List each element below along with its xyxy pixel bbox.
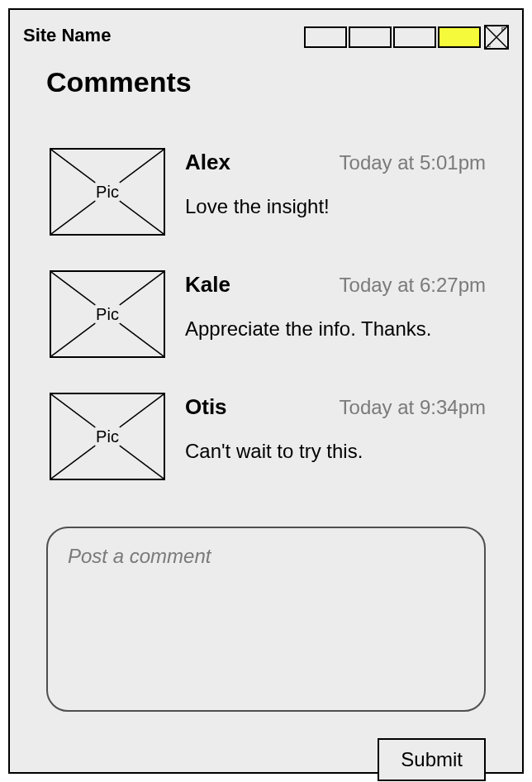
comment-text: Love the insight! [185, 195, 486, 218]
avatar: Pic [50, 393, 165, 480]
comment-body: Otis Today at 9:34pm Can't wait to try t… [185, 393, 486, 480]
page-title: Comments [46, 66, 509, 98]
comment-text: Appreciate the info. Thanks. [185, 317, 486, 341]
comment-head: Kale Today at 6:27pm [185, 272, 486, 298]
comment-timestamp: Today at 9:34pm [340, 396, 486, 419]
avatar-label: Pic [95, 305, 120, 324]
comment-item: Pic Alex Today at 5:01pm Love the insigh… [50, 148, 486, 236]
avatar-label: Pic [95, 427, 120, 446]
comment-item: Pic Kale Today at 6:27pm Appreciate the … [50, 270, 486, 358]
comment-text: Can't wait to try this. [185, 440, 486, 463]
nav-tab-1[interactable] [304, 26, 347, 48]
comment-timestamp: Today at 6:27pm [340, 274, 486, 297]
comment-body: Kale Today at 6:27pm Appreciate the info… [185, 270, 486, 358]
comment-head: Alex Today at 5:01pm [185, 150, 486, 175]
app-frame: Site Name P c Comments Pic Alex Today at [8, 8, 524, 774]
nav-tab-4[interactable] [438, 26, 481, 48]
site-name: Site Name [23, 25, 111, 46]
submit-row: Submit [46, 738, 486, 781]
comment-timestamp: Today at 5:01pm [340, 151, 486, 174]
comment-author: Otis [185, 394, 227, 420]
avatar: Pic [50, 148, 165, 236]
submit-button[interactable]: Submit [378, 738, 486, 781]
comments-list: Pic Alex Today at 5:01pm Love the insigh… [23, 148, 509, 480]
avatar-label: Pic [95, 183, 120, 202]
top-nav: P c [304, 25, 509, 50]
compose-area: Submit [23, 527, 509, 781]
avatar: Pic [50, 270, 165, 358]
comment-author: Alex [185, 150, 230, 175]
nav-tab-3[interactable] [393, 26, 436, 48]
comment-author: Kale [185, 272, 230, 298]
comment-head: Otis Today at 9:34pm [185, 394, 486, 420]
comment-body: Alex Today at 5:01pm Love the insight! [185, 148, 486, 236]
comment-item: Pic Otis Today at 9:34pm Can't wait to t… [50, 393, 486, 480]
header: Site Name P c [23, 25, 509, 50]
nav-tab-2[interactable] [349, 26, 392, 48]
comment-input[interactable] [46, 527, 486, 712]
nav-profile-icon[interactable]: P c [484, 25, 509, 50]
